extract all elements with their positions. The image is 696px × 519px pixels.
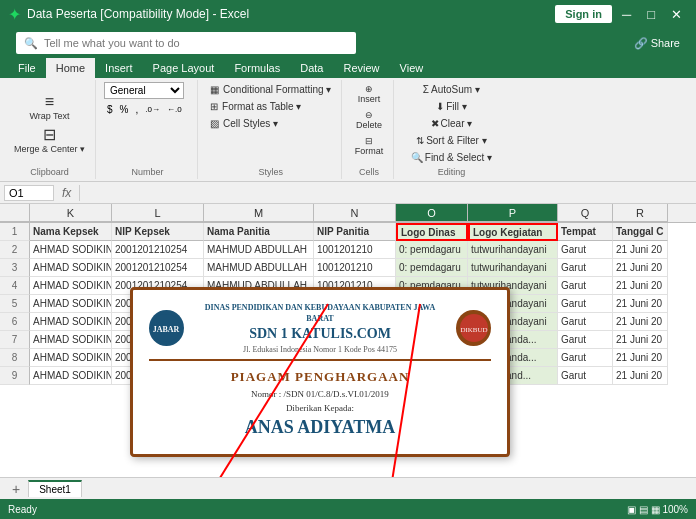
decrease-decimal-button[interactable]: ←.0: [164, 104, 185, 115]
number-format-select[interactable]: General: [104, 82, 184, 99]
cell-R1[interactable]: Tanggal C: [613, 223, 668, 241]
col-header-L[interactable]: L: [112, 204, 204, 222]
cell-row8-col7[interactable]: 21 Juni 20: [613, 349, 668, 367]
maximize-button[interactable]: □: [641, 5, 661, 24]
col-header-O[interactable]: O: [396, 204, 468, 222]
tab-view[interactable]: View: [390, 58, 434, 78]
tab-data[interactable]: Data: [290, 58, 333, 78]
cell-row4-col0[interactable]: AHMAD SODIKIN: [30, 277, 112, 295]
row-num-6: 6: [0, 313, 30, 331]
cell-row9-col0[interactable]: AHMAD SODIKIN: [30, 367, 112, 385]
cell-row7-col7[interactable]: 21 Juni 20: [613, 331, 668, 349]
cert-header: JABAR DINAS PENDIDIKAN DAN KEBUDAYAAN KA…: [149, 302, 491, 355]
cell-O1[interactable]: Logo Dinas: [396, 223, 468, 241]
fill-button[interactable]: ⬇ Fill ▾: [432, 99, 471, 114]
bottom-bar: + Sheet1 Ready ▣ ▤ ▦ 100%: [0, 477, 696, 519]
cell-row3-col2[interactable]: MAHMUD ABDULLAH: [204, 259, 314, 277]
cell-row2-col4[interactable]: 0: pemdagaru: [396, 241, 468, 259]
cell-N1[interactable]: NIP Panitia: [314, 223, 396, 241]
close-button[interactable]: ✕: [665, 5, 688, 24]
cell-row8-col6[interactable]: Garut: [558, 349, 613, 367]
cell-L1[interactable]: NIP Kepsek: [112, 223, 204, 241]
insert-button[interactable]: ⊕ Insert: [354, 82, 385, 106]
format-as-table-button[interactable]: ⊞ Format as Table ▾: [206, 99, 335, 114]
cert-divider: [149, 359, 491, 361]
add-sheet-button[interactable]: +: [4, 479, 28, 499]
cell-row3-col6[interactable]: Garut: [558, 259, 613, 277]
tab-home[interactable]: Home: [46, 58, 95, 78]
delete-button[interactable]: ⊖ Delete: [352, 108, 386, 132]
cell-row9-col7[interactable]: 21 Juni 20: [613, 367, 668, 385]
cell-row3-col1[interactable]: 2001201210254: [112, 259, 204, 277]
title-bar-title: Data Peserta [Compatibility Mode] - Exce…: [27, 7, 249, 21]
cell-row4-col6[interactable]: Garut: [558, 277, 613, 295]
merge-center-button[interactable]: ⊟ Merge & Center ▾: [10, 125, 89, 156]
cell-K1[interactable]: Nama Kepsek: [30, 223, 112, 241]
increase-decimal-button[interactable]: .0→: [142, 104, 163, 115]
cell-row5-col6[interactable]: Garut: [558, 295, 613, 313]
cell-row5-col0[interactable]: AHMAD SODIKIN: [30, 295, 112, 313]
cell-M1[interactable]: Nama Panitia: [204, 223, 314, 241]
cell-row8-col0[interactable]: AHMAD SODIKIN: [30, 349, 112, 367]
cell-row2-col2[interactable]: MAHMUD ABDULLAH: [204, 241, 314, 259]
cell-row3-col3[interactable]: 1001201210: [314, 259, 396, 277]
comma-button[interactable]: ,: [133, 103, 142, 116]
delete-icon: ⊖: [365, 110, 373, 120]
cell-row2-col6[interactable]: Garut: [558, 241, 613, 259]
cell-row3-col4[interactable]: 0: pemdagaru: [396, 259, 468, 277]
currency-button[interactable]: $: [104, 103, 116, 116]
col-header-R[interactable]: R: [613, 204, 668, 222]
cell-row7-col0[interactable]: AHMAD SODIKIN: [30, 331, 112, 349]
search-bar[interactable]: 🔍: [16, 32, 356, 54]
cell-row4-col7[interactable]: 21 Juni 20: [613, 277, 668, 295]
share-button[interactable]: 🔗 Share: [626, 37, 688, 50]
cell-row5-col7[interactable]: 21 Juni 20: [613, 295, 668, 313]
minimize-button[interactable]: ─: [616, 5, 637, 24]
cell-row2-col7[interactable]: 21 Juni 20: [613, 241, 668, 259]
data-row-2: 2AHMAD SODIKIN2001201210254MAHMUD ABDULL…: [0, 241, 696, 259]
conditional-formatting-button[interactable]: ▦ Conditional Formatting ▾: [206, 82, 335, 97]
search-input[interactable]: [44, 37, 348, 49]
tab-insert[interactable]: Insert: [95, 58, 143, 78]
cell-row3-col0[interactable]: AHMAD SODIKIN: [30, 259, 112, 277]
editing-content: Σ AutoSum ▾ ⬇ Fill ▾ ✖ Clear ▾ ⇅ Sort & …: [402, 82, 500, 165]
col-header-P[interactable]: P: [468, 204, 558, 222]
cell-row2-col5[interactable]: tutwurihandayani: [468, 241, 558, 259]
tab-file[interactable]: File: [8, 58, 46, 78]
cell-row7-col6[interactable]: Garut: [558, 331, 613, 349]
cell-P1[interactable]: Logo Kegiatan: [468, 223, 558, 241]
clear-button[interactable]: ✖ Clear ▾: [427, 116, 477, 131]
cell-row6-col6[interactable]: Garut: [558, 313, 613, 331]
tab-review[interactable]: Review: [333, 58, 389, 78]
format-button[interactable]: ⊟ Format: [351, 134, 388, 158]
row-num-9: 9: [0, 367, 30, 385]
cell-styles-button[interactable]: ▨ Cell Styles ▾: [206, 116, 335, 131]
wrap-text-button[interactable]: ≡ Wrap Text: [10, 92, 89, 123]
cell-row6-col7[interactable]: 21 Juni 20: [613, 313, 668, 331]
sheet-tab-1[interactable]: Sheet1: [28, 480, 82, 497]
percent-button[interactable]: %: [117, 103, 132, 116]
format-as-table-icon: ⊞: [210, 101, 218, 112]
cell-row3-col7[interactable]: 21 Juni 20: [613, 259, 668, 277]
cell-row3-col5[interactable]: tutwurihandayani: [468, 259, 558, 277]
tab-page-layout[interactable]: Page Layout: [143, 58, 225, 78]
col-header-N[interactable]: N: [314, 204, 396, 222]
cell-row2-col1[interactable]: 2001201210254: [112, 241, 204, 259]
col-header-M[interactable]: M: [204, 204, 314, 222]
cell-row6-col0[interactable]: AHMAD SODIKIN: [30, 313, 112, 331]
cell-row9-col6[interactable]: Garut: [558, 367, 613, 385]
cell-row2-col0[interactable]: AHMAD SODIKIN: [30, 241, 112, 259]
cell-reference-input[interactable]: [4, 185, 54, 201]
sign-in-button[interactable]: Sign in: [555, 5, 612, 23]
sort-filter-button[interactable]: ⇅ Sort & Filter ▾: [412, 133, 491, 148]
cell-row2-col3[interactable]: 1001201210: [314, 241, 396, 259]
col-header-K[interactable]: K: [30, 204, 112, 222]
find-select-button[interactable]: 🔍 Find & Select ▾: [407, 150, 496, 165]
tab-formulas[interactable]: Formulas: [224, 58, 290, 78]
autosum-button[interactable]: Σ AutoSum ▾: [419, 82, 484, 97]
formula-input[interactable]: [84, 187, 692, 199]
cell-Q1[interactable]: Tempat: [558, 223, 613, 241]
row-num-3: 3: [0, 259, 30, 277]
row-num-8: 8: [0, 349, 30, 367]
col-header-Q[interactable]: Q: [558, 204, 613, 222]
